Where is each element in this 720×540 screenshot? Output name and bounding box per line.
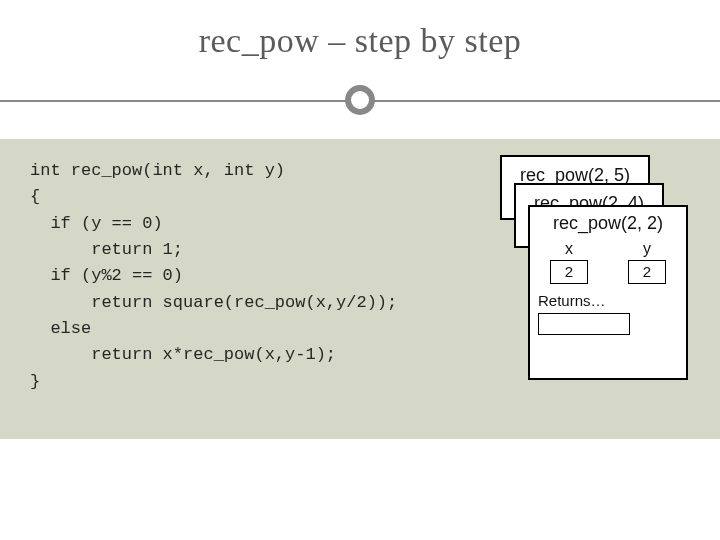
y-label: y xyxy=(627,240,667,258)
frame-title: rec_pow(2, 2) xyxy=(538,213,678,234)
slide: rec_pow – step by step int rec_pow(int x… xyxy=(0,0,720,540)
returns-label: Returns… xyxy=(538,292,678,309)
stack-frame-3: rec_pow(2, 2) x 2 y 2 Returns… xyxy=(528,205,688,380)
x-column: x 2 xyxy=(549,240,589,284)
x-value: 2 xyxy=(550,260,588,284)
returns-value-box xyxy=(538,313,630,335)
slide-title: rec_pow – step by step xyxy=(0,0,720,60)
xy-row: x 2 y 2 xyxy=(538,240,678,284)
divider-circle-icon xyxy=(345,85,375,115)
y-value: 2 xyxy=(628,260,666,284)
code-block: int rec_pow(int x, int y) { if (y == 0) … xyxy=(30,158,397,395)
y-column: y 2 xyxy=(627,240,667,284)
x-label: x xyxy=(549,240,589,258)
